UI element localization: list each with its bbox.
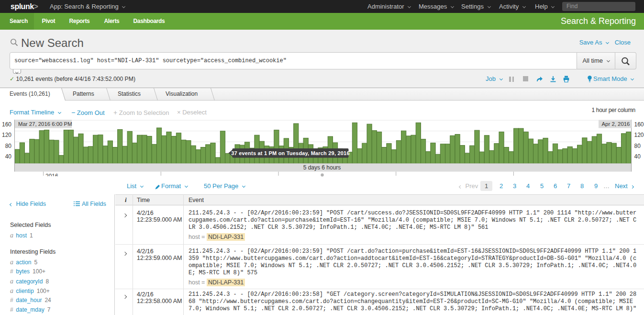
svg-text:120: 120 bbox=[634, 132, 644, 138]
svg-text:Apr 2, 2016: Apr 2, 2016 bbox=[602, 121, 630, 127]
svg-text:160: 160 bbox=[634, 121, 644, 128]
svg-text:Mar 27, 2016 6:00 PM: Mar 27, 2016 6:00 PM bbox=[18, 121, 72, 127]
svg-text:37 events at 1 PM on Tuesday,: 37 events at 1 PM on Tuesday, March 29, … bbox=[231, 150, 349, 156]
svg-text:80: 80 bbox=[634, 143, 641, 149]
svg-text:120: 120 bbox=[2, 132, 11, 138]
svg-text:40: 40 bbox=[634, 153, 641, 160]
svg-text:80: 80 bbox=[5, 143, 12, 149]
svg-text:160: 160 bbox=[2, 121, 11, 128]
svg-text:5 days 6 hours: 5 days 6 hours bbox=[303, 164, 341, 171]
svg-text:40: 40 bbox=[5, 153, 12, 160]
